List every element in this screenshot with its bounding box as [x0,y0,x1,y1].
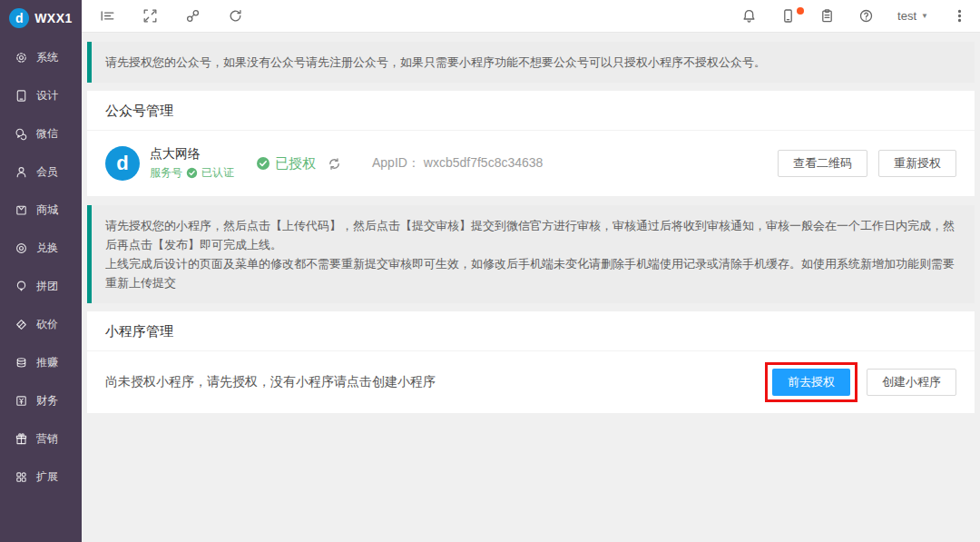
appid-label: AppID： [372,155,420,170]
user-name: test [897,9,916,23]
content-area: 请先授权您的公众号，如果没有公众号请先注册公众号，如果只需要小程序功能不想要公众… [82,33,980,542]
verified-check-icon [186,167,198,179]
sidebar-item-label: 商城 [36,202,58,218]
account-avatar: d [105,146,140,181]
sidebar-item-finance[interactable]: 财务 [0,381,82,419]
collapse-menu-icon[interactable] [100,8,115,24]
authorization-status: 已授权 [256,155,341,172]
topbar: test ▼ [82,0,980,33]
clipboard-icon[interactable] [819,8,835,24]
notice-line-1: 请先授权您的小程序，然后点击【上传代码】，然后点击【提交审核】提交到微信官方进行… [105,216,961,254]
chevron-down-icon: ▼ [921,12,928,20]
card-title: 公众号管理 [87,91,975,131]
sidebar-item-label: 兑换 [36,241,58,256]
card-title: 小程序管理 [87,311,975,351]
sidebar-item-system[interactable]: 系统 [0,38,82,76]
finance-icon [15,394,28,408]
more-menu-icon[interactable] [952,8,967,24]
account-sub-info: 服务号 已认证 [150,165,234,181]
sidebar-item-label: 会员 [36,164,58,180]
exchange-icon [15,241,28,255]
sidebar: d WXX1 系统 设计 微信 会员 商城 [0,0,82,542]
sidebar-item-label: 系统 [36,50,58,65]
notice-text: 请先授权您的公众号，如果没有公众号请先注册公众号，如果只需要小程序功能不想要公众… [105,55,766,69]
user-dropdown[interactable]: test ▼ [897,9,928,23]
account-info: 点大网络 服务号 已认证 [150,146,234,181]
view-qrcode-button[interactable]: 查看二维码 [778,150,867,177]
sidebar-item-mall[interactable]: 商城 [0,191,82,229]
mall-icon [15,203,28,217]
sidebar-item-label: 设计 [36,88,58,103]
appid-field: AppID： wxcb5df7f5c8c34638 [372,155,543,172]
appid-value: wxcb5df7f5c8c34638 [424,155,544,170]
main-area: test ▼ 请先授权您的公众号，如果没有公众号请先注册公众号，如果只需要小程序… [82,0,980,542]
official-account-notice: 请先授权您的公众号，如果没有公众号请先注册公众号，如果只需要小程序功能不想要公众… [87,42,975,83]
sidebar-item-label: 营销 [36,431,58,447]
topbar-right-icons: test ▼ [741,8,967,24]
link-icon[interactable] [185,8,201,24]
sidebar-item-bargain[interactable]: 砍价 [0,305,82,343]
commission-icon [15,356,28,370]
authorized-check-icon [256,156,270,171]
groupbuy-icon [15,280,28,293]
official-account-card: 公众号管理 d 点大网络 服务号 已认证 [87,91,975,196]
notification-dot [797,7,804,15]
miniprogram-actions: 前去授权 创建小程序 [765,362,956,402]
mobile-preview-icon[interactable] [780,8,796,24]
member-icon [15,165,28,179]
miniprogram-row: 尚未授权小程序，请先授权，没有小程序请点击创建小程序 前去授权 创建小程序 [87,351,975,413]
sync-icon[interactable] [328,157,341,171]
sidebar-menu: 系统 设计 微信 会员 商城 兑换 [0,38,82,496]
notification-bell-icon[interactable] [741,8,757,24]
sidebar-item-label: 微信 [36,126,58,142]
design-icon [15,89,28,103]
miniprogram-empty-text: 尚未授权小程序，请先授权，没有小程序请点击创建小程序 [105,374,436,390]
annotation-highlight-box: 前去授权 [765,362,858,402]
sidebar-item-label: 扩展 [36,469,58,485]
wechat-icon [15,127,28,141]
sidebar-item-label: 拼团 [36,279,58,294]
sidebar-item-commission[interactable]: 推赚 [0,343,82,381]
sidebar-item-groupbuy[interactable]: 拼团 [0,267,82,305]
miniprogram-card: 小程序管理 尚未授权小程序，请先授权，没有小程序请点击创建小程序 前去授权 创建… [87,311,975,413]
marketing-icon [15,432,28,446]
extension-icon [15,470,28,484]
sidebar-item-marketing[interactable]: 营销 [0,419,82,458]
verified-label: 已认证 [201,165,234,181]
sidebar-item-exchange[interactable]: 兑换 [0,229,82,267]
sidebar-item-label: 推赚 [36,355,58,370]
sidebar-item-extension[interactable]: 扩展 [0,458,82,496]
bargain-icon [15,318,28,331]
sidebar-item-label: 砍价 [36,317,58,332]
notice-line-2: 上线完成后设计的页面及菜单的修改都不需要重新提交审核即可生效，如修改后手机端未变… [105,254,961,292]
sidebar-item-design[interactable]: 设计 [0,76,82,114]
official-card-actions: 查看二维码 重新授权 [778,150,956,177]
miniprogram-notice: 请先授权您的小程序，然后点击【上传代码】，然后点击【提交审核】提交到微信官方进行… [87,205,975,303]
create-miniprogram-button[interactable]: 创建小程序 [867,369,956,396]
account-type-label: 服务号 [150,165,182,181]
sidebar-item-member[interactable]: 会员 [0,153,82,191]
account-name: 点大网络 [150,146,234,163]
sidebar-item-wechat[interactable]: 微信 [0,114,82,153]
app-window: d WXX1 系统 设计 微信 会员 商城 [0,0,980,542]
gear-icon [15,51,28,64]
refresh-icon[interactable] [228,8,243,24]
topbar-left-icons [100,8,243,24]
official-account-row: d 点大网络 服务号 已认证 [87,131,975,196]
app-title: WXX1 [34,11,73,25]
go-authorize-button[interactable]: 前去授权 [772,369,850,396]
sidebar-item-label: 财务 [36,393,58,409]
app-logo[interactable]: d WXX1 [0,0,82,36]
brand-icon: d [9,8,29,28]
authorized-label: 已授权 [275,155,316,172]
reauthorize-button[interactable]: 重新授权 [878,150,956,177]
fullscreen-icon[interactable] [142,8,158,24]
help-icon[interactable] [858,8,874,24]
